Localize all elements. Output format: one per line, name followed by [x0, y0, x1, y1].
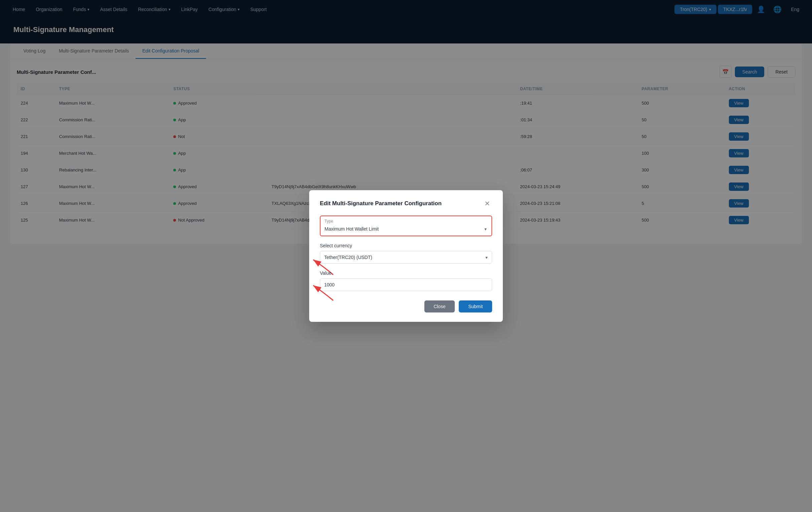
currency-label: Select currency: [320, 243, 492, 248]
currency-select[interactable]: Tether(TRC20) (USDT)Bitcoin (BTC)Ethereu…: [320, 251, 492, 263]
type-field-wrapper: Type Maximum Hot Wallet Limit ▾: [320, 216, 492, 236]
value-group: Value: [320, 270, 492, 291]
currency-select-wrapper: Tether(TRC20) (USDT)Bitcoin (BTC)Ethereu…: [320, 251, 492, 264]
modal-overlay: Edit Multi-Signature Parameter Configura…: [0, 0, 812, 512]
type-select[interactable]: Maximum Hot Wallet Limit: [322, 223, 490, 234]
value-input[interactable]: [320, 278, 492, 291]
modal-header: Edit Multi-Signature Parameter Configura…: [320, 199, 492, 208]
currency-group: Select currency Tether(TRC20) (USDT)Bitc…: [320, 243, 492, 264]
modal-footer: Close Submit: [320, 300, 492, 313]
modal-title: Edit Multi-Signature Parameter Configura…: [320, 200, 442, 207]
close-icon[interactable]: ✕: [483, 199, 492, 208]
type-select-wrapper: Maximum Hot Wallet Limit ▾: [322, 223, 490, 234]
modal-dialog: Edit Multi-Signature Parameter Configura…: [309, 190, 503, 322]
close-button[interactable]: Close: [424, 300, 455, 313]
value-label: Value: [320, 270, 492, 276]
type-label: Type: [322, 218, 490, 223]
submit-button[interactable]: Submit: [459, 300, 492, 313]
